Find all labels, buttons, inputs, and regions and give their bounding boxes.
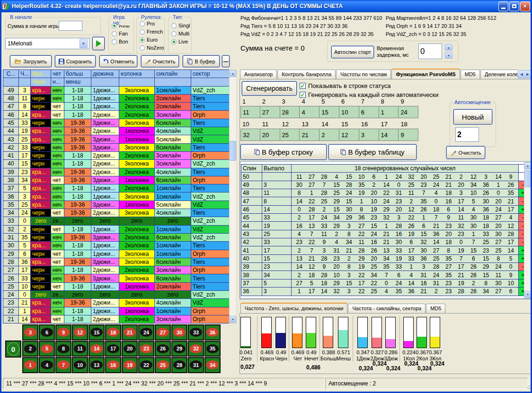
maximize-button[interactable] (509, 1, 519, 11)
load-button[interactable]: Загрузить (10, 55, 52, 67)
status-line-checkbox-row[interactable]: ✓ Показывать в строке статуса (300, 82, 391, 89)
tab-3[interactable]: Частоты по числам (336, 70, 391, 79)
board-cell-6[interactable]: 6 (39, 324, 55, 341)
checkbox-checked-icon[interactable]: ✓ (300, 92, 306, 98)
scroll-up-icon[interactable]: ▲ (230, 70, 236, 77)
board-zero-cell[interactable]: 0 (5, 341, 21, 358)
table-row[interactable]: 375кра...неч1-181дюжи...2колонка1сиклайн… (3, 184, 230, 192)
table-row[interactable]: 42332322943411162130632141807252717- (241, 238, 527, 246)
board-cell-36[interactable]: 36 (204, 324, 221, 341)
table-row[interactable]: 46140282153081929201226186144362417+ (241, 205, 527, 213)
table-row[interactable]: 4015черннеч1-182дюжи...3колонка3сиклайнV… (3, 160, 230, 168)
autoshift-input[interactable] (455, 127, 479, 142)
copy-row-button[interactable]: В буфер строку (240, 144, 327, 160)
autospin-button[interactable]: Автоспин старт (331, 46, 374, 58)
undo-button[interactable]: Отменить (99, 55, 137, 67)
radio-icon[interactable] (140, 37, 145, 43)
copy-table-button[interactable]: В буфер таблицу (328, 144, 417, 160)
game-on-option-fan[interactable]: Fan (112, 30, 133, 37)
table-row[interactable]: 305кра...неч1-181дюжи...2колонка1сиклайн… (3, 242, 230, 250)
radio-icon[interactable] (140, 45, 145, 51)
collapse-panel-button[interactable]: — (222, 55, 230, 67)
board-cell-31[interactable]: 31 (188, 357, 204, 373)
board-cell-17[interactable]: 17 (105, 341, 121, 357)
delay-input[interactable] (418, 44, 442, 59)
table-row[interactable]: 296чернчет1-181дюжи...3колонка1сиклайнOr… (3, 250, 230, 258)
spinner-down-icon[interactable]: ▼ (445, 52, 452, 59)
table-row[interactable]: 4233черннеч19-363дюжи...3колонка6сиклайн… (3, 143, 230, 151)
table-row[interactable]: 39231412920819253533132827172629240- (241, 263, 527, 271)
board-cell-35[interactable]: 35 (204, 341, 221, 357)
board-cell-7[interactable]: 7 (55, 357, 71, 373)
board-cell-26[interactable]: 26 (155, 341, 171, 357)
table-row[interactable]: 221кра...неч1-181дюжи...1колонка1сиклайн… (3, 307, 230, 315)
tab-5[interactable]: MD5 (461, 70, 480, 79)
table-row[interactable]: 3525кра...неч19-363дюжи...1колонка5сикла… (3, 201, 230, 209)
table-row[interactable]: 4419кра...неч19-362дюжи...1колонка4сикла… (3, 127, 230, 135)
table-row[interactable]: 43254711282224211619153620231333028- (241, 230, 527, 238)
freq-tab-3[interactable]: MD5 (426, 304, 445, 313)
board-cell-18[interactable]: 18 (105, 324, 121, 341)
table-row[interactable]: 4533217243429362332322179113018274- (241, 214, 527, 222)
table-row[interactable]: 493кра...неч1-181дюжи...3колонка1сиклайн… (3, 86, 230, 94)
board-cell-20[interactable]: 20 (122, 341, 138, 357)
board-cell-1[interactable]: 1 (22, 357, 38, 373)
roulette-option-pro[interactable]: Pro (140, 20, 164, 27)
table-row[interactable]: 2321кра...неч19-362дюжи...3колонка4сикла… (3, 299, 230, 307)
table-row[interactable]: 2510чернчет1-181дюжи...1колонка2сиклайнT… (3, 282, 230, 290)
radio-icon[interactable] (171, 23, 177, 28)
board-cell-28[interactable]: 28 (171, 357, 187, 373)
generate-button[interactable]: Сгенерировать (242, 81, 297, 96)
table-row[interactable]: 3834218281032234764312435212615119+ (241, 271, 527, 279)
board-cell-3[interactable]: 3 (22, 324, 38, 341)
roulette-option-euro[interactable]: Euro (140, 36, 164, 43)
table-row[interactable]: 2633черннеч19-363дюжи...3колонка6сиклайн… (3, 274, 230, 282)
table-row[interactable]: 4533черннеч19-363дюжи...3колонка6сиклайн… (3, 119, 230, 127)
radio-icon[interactable] (140, 29, 145, 35)
table-row[interactable]: 330zeroze...zerozerozerozeroVdZ_zch (3, 217, 230, 225)
type-option-singl[interactable]: Singl (171, 22, 191, 29)
table-row[interactable]: 49330277152835214025232421203436126- (241, 181, 527, 189)
tab-1[interactable]: Анализатор (240, 70, 277, 79)
table-row[interactable]: 40151321282322920341933362535761585+ (241, 254, 527, 262)
chevron-down-icon[interactable]: ▼ (80, 39, 88, 48)
radio-icon[interactable] (171, 31, 177, 36)
delay-spinner[interactable]: ▲ ▼ (445, 44, 452, 59)
table-row[interactable]: 478чернчет1-181дюжи...2колонка2сиклайнTi… (3, 103, 230, 111)
board-cell-32[interactable]: 32 (188, 341, 204, 357)
radio-icon[interactable] (112, 39, 117, 44)
table-row[interactable]: 4811812825241920223111741831026035+ (241, 189, 527, 197)
table-row[interactable]: 4325кра...неч19-363дюжи...1колонка5сикла… (3, 135, 230, 143)
scrollbar-thumb[interactable] (230, 141, 236, 161)
tab-scroll-left-icon[interactable]: ◄ (520, 72, 524, 77)
roulette-option-nozero[interactable]: NoZero (140, 44, 164, 51)
board-cell-15[interactable]: 15 (89, 324, 105, 341)
scrollbar-thumb[interactable] (524, 170, 531, 187)
gen-clear-button[interactable]: Очистить (446, 146, 485, 159)
table-row[interactable]: 4419161333293271512826621233230182012- (241, 222, 527, 230)
table-row[interactable]: 2836кра...чет19-363дюжи...3колонка6сикла… (3, 258, 230, 266)
board-cell-23[interactable]: 23 (138, 341, 154, 357)
board-cell-27[interactable]: 27 (155, 324, 171, 341)
tab-4[interactable]: Функционал PsevdoMS (391, 69, 460, 79)
board-cell-24[interactable]: 24 (138, 324, 154, 341)
freq-tab-2[interactable]: Частота - сиклайны, сектора (348, 304, 426, 313)
table-row[interactable]: 2114кра...чет1-182дюжи...2колонка3сиклай… (3, 315, 230, 323)
table-row[interactable]: 37527518291517220241416312319283010+ (241, 279, 527, 287)
board-cell-25[interactable]: 25 (155, 357, 171, 373)
table-row[interactable]: 4117черннеч1-182дюжи...2колонка3сиклайнO… (3, 151, 230, 159)
history-table-scrollbar[interactable]: ▲ ▼ (229, 70, 237, 323)
tab-6[interactable]: Деление колеса на (480, 70, 517, 79)
board-cell-13[interactable]: 13 (89, 357, 105, 373)
type-option-live[interactable]: Live (171, 38, 191, 45)
table-row[interactable]: 50112728415106124322025212123149 (241, 173, 527, 181)
board-cell-14[interactable]: 14 (89, 341, 105, 357)
checkbox-checked-icon[interactable]: ✓ (300, 83, 306, 89)
board-cell-9[interactable]: 9 (55, 324, 71, 341)
clear-button[interactable]: Очистить (141, 55, 179, 67)
board-cell-8[interactable]: 8 (55, 341, 71, 357)
table-row[interactable]: 322чернчет1-181дюжи...2колонка1сиклайнVd… (3, 225, 230, 233)
autoshift-new-button[interactable]: Новый (453, 109, 492, 124)
board-cell-12[interactable]: 12 (72, 324, 88, 341)
board-cell-22[interactable]: 22 (138, 357, 154, 373)
